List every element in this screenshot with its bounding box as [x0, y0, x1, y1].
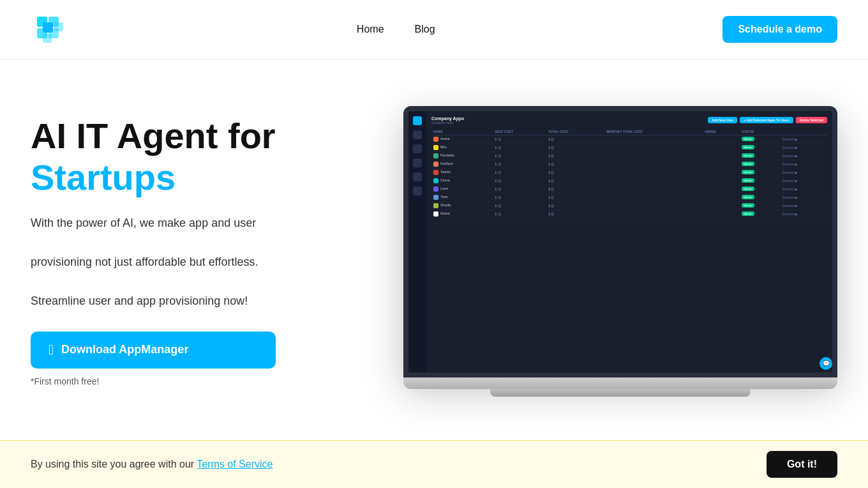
download-button[interactable]:  Download AppManager — [31, 332, 276, 369]
svg-rect-5 — [54, 22, 63, 31]
table-row: Todoist 1 ⓘ 1 ⓘ Active Connect ▶ — [431, 168, 827, 176]
nav-blog[interactable]: Blog — [415, 24, 435, 35]
hero-right: Company Apps Company Apps Add New User +… — [276, 106, 837, 397]
chat-bubble — [819, 357, 832, 370]
sidebar-icon-2 — [413, 130, 422, 139]
screen-title: Company Apps — [431, 116, 464, 121]
hero-title: AI IT Agent for Startups — [31, 116, 276, 198]
table-row: Pandadoc 1 ⓘ 1 ⓘ Active Connect ▶ — [431, 151, 827, 160]
apps-table: NAME SEAT COST TOTAL COST MONTHLY TOTAL … — [431, 128, 827, 218]
laptop-mockup: Company Apps Company Apps Add New User +… — [403, 106, 837, 397]
download-label: Download AppManager — [61, 343, 188, 356]
hero-left: AI IT Agent for Startups With the power … — [31, 116, 276, 386]
got-it-button[interactable]: Got it! — [767, 451, 837, 478]
table-row: Notion 1 ⓘ 1 ⓘ Active Connect ▶ — [431, 210, 827, 218]
screen-header: Company Apps Company Apps Add New User +… — [431, 116, 827, 125]
hero-desc1: With the power of AI, we make app and us… — [31, 217, 256, 229]
hero-description: With the power of AI, we make app and us… — [31, 213, 276, 311]
col-added: ADDED — [703, 128, 740, 135]
sidebar-icon-4 — [413, 158, 422, 167]
screen-sidebar — [408, 111, 426, 372]
col-actions — [781, 128, 827, 135]
screen-main: Company Apps Company Apps Add New User +… — [426, 111, 832, 372]
table-row: Shopify 1 ⓘ 1 ⓘ Active Connect ▶ — [431, 201, 827, 210]
hero-section: AI IT Agent for Startups With the power … — [0, 59, 868, 430]
hero-title-line2: Startups — [31, 157, 276, 198]
screen-buttons: Add New User + Add Selected Apps To User… — [708, 117, 827, 123]
table-row: Canva 1 ⓘ 1 ⓘ Active Connect ▶ — [431, 176, 827, 185]
col-seat-cost: SEAT COST — [493, 128, 547, 135]
table-row: Miro 1 ⓘ 1 ⓘ Active Connect ▶ — [431, 143, 827, 151]
schedule-demo-button[interactable]: Schedule a demo — [722, 16, 837, 43]
screen-subtitle: Company Apps — [431, 121, 464, 125]
sidebar-icon-3 — [413, 144, 422, 153]
col-status: STATUS — [740, 128, 781, 135]
logo-icon — [31, 10, 69, 49]
cookie-text-content: By using this site you agree with our — [31, 459, 197, 469]
screen-btn-add-user: Add New User — [708, 117, 737, 123]
svg-rect-6 — [43, 34, 52, 43]
col-total-cost: TOTAL COST — [546, 128, 604, 135]
screen-btn-add-apps: + Add Selected Apps To Users — [740, 117, 793, 123]
nav-home[interactable]: Home — [357, 24, 384, 35]
laptop-screen: Company Apps Company Apps Add New User +… — [403, 106, 837, 377]
table-row: HubSpot 1 ⓘ 1 ⓘ Active Connect ▶ — [431, 160, 827, 168]
nav-links: Home Blog — [357, 24, 435, 35]
hero-desc3: Streamline user and app provisioning now… — [31, 294, 248, 307]
sidebar-icon-5 — [413, 172, 422, 181]
screen-btn-delete: Delete Selected — [796, 117, 827, 123]
sidebar-icon-6 — [413, 187, 422, 195]
svg-rect-4 — [43, 22, 53, 33]
hero-title-line1: AI IT Agent for — [31, 116, 276, 156]
hero-desc2: provisioning not just affordable but eff… — [31, 255, 258, 268]
laptop-base — [403, 377, 837, 389]
table-row: Twist 1 ⓘ 1 ⓘ Active Connect ▶ — [431, 193, 827, 201]
navbar: Home Blog Schedule a demo — [0, 0, 868, 59]
table-row: Loom 1 ⓘ 1 ⓘ Active Connect ▶ — [431, 185, 827, 193]
table-row: Asana 1 ⓘ 1 ⓘ Active Connect ▶ — [431, 135, 827, 143]
laptop-stand — [490, 389, 751, 397]
logo[interactable] — [31, 10, 69, 49]
col-name: NAME — [431, 128, 493, 135]
cookie-banner: By using this site you agree with our Te… — [0, 440, 868, 488]
apple-icon:  — [49, 342, 54, 358]
sidebar-icon-1 — [413, 116, 422, 125]
col-monthly: MONTHLY TOTAL COST — [604, 128, 703, 135]
terms-of-service-link[interactable]: Terms of Service — [197, 459, 273, 469]
free-note: *First month free! — [31, 376, 276, 386]
cookie-text: By using this site you agree with our Te… — [31, 459, 273, 470]
